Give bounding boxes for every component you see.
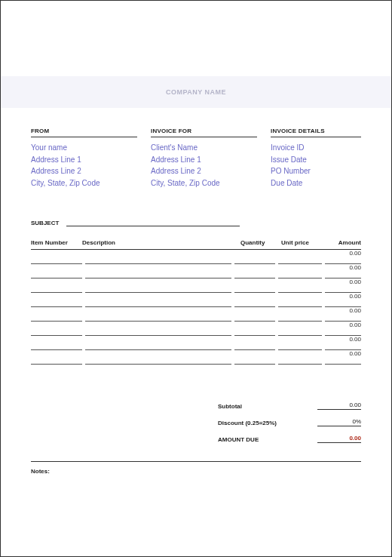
cell-unit-price[interactable] bbox=[278, 293, 322, 307]
cell-description[interactable] bbox=[85, 322, 231, 336]
cell-amount: 0.00 bbox=[325, 250, 361, 264]
col-quantity: Quantity bbox=[240, 239, 281, 246]
table-row: 0.00 bbox=[31, 336, 361, 350]
from-name[interactable]: Your name bbox=[31, 142, 137, 154]
amount-due-value: 0.00 bbox=[317, 435, 361, 443]
subject-label: SUBJECT bbox=[31, 220, 59, 226]
cell-amount: 0.00 bbox=[325, 293, 361, 307]
cell-item[interactable] bbox=[31, 350, 82, 365]
subtotal-value: 0.00 bbox=[317, 402, 361, 410]
cell-item[interactable] bbox=[31, 264, 82, 278]
cell-unit-price[interactable] bbox=[278, 336, 322, 350]
issue-date[interactable]: Issue Date bbox=[271, 154, 361, 166]
due-date[interactable]: Due Date bbox=[271, 177, 361, 189]
cell-amount: 0.00 bbox=[325, 322, 361, 336]
table-row: 0.00 bbox=[31, 307, 361, 322]
discount-value[interactable]: 0% bbox=[317, 418, 361, 426]
cell-description[interactable] bbox=[85, 336, 231, 350]
cell-unit-price[interactable] bbox=[278, 307, 322, 322]
invoice-for-heading: INVOICE FOR bbox=[151, 128, 257, 137]
company-name-band: COMPANY NAME bbox=[1, 76, 391, 108]
invoice-for-column: INVOICE FOR Client's Name Address Line 1… bbox=[151, 128, 257, 189]
cell-unit-price[interactable] bbox=[278, 322, 322, 336]
invoice-details-column: INVOICE DETAILS Invoice ID Issue Date PO… bbox=[271, 128, 361, 189]
cell-quantity[interactable] bbox=[234, 250, 275, 264]
cell-item[interactable] bbox=[31, 250, 82, 264]
cell-item[interactable] bbox=[31, 278, 82, 293]
cell-quantity[interactable] bbox=[234, 264, 275, 278]
company-name[interactable]: COMPANY NAME bbox=[166, 88, 226, 96]
cell-amount: 0.00 bbox=[325, 350, 361, 365]
amount-due-row: AMOUNT DUE 0.00 bbox=[218, 426, 361, 443]
table-row: 0.00 bbox=[31, 350, 361, 365]
table-row: 0.00 bbox=[31, 293, 361, 307]
from-address2[interactable]: Address Line 2 bbox=[31, 165, 137, 177]
client-address1[interactable]: Address Line 1 bbox=[151, 154, 257, 166]
from-address1[interactable]: Address Line 1 bbox=[31, 154, 137, 166]
discount-label: Discount (0.25=25%) bbox=[218, 420, 277, 426]
subtotal-row: Subtotal 0.00 bbox=[218, 393, 361, 410]
cell-unit-price[interactable] bbox=[278, 264, 322, 278]
from-heading: FROM bbox=[31, 128, 137, 137]
cell-unit-price[interactable] bbox=[278, 278, 322, 293]
cell-item[interactable] bbox=[31, 336, 82, 350]
cell-unit-price[interactable] bbox=[278, 250, 322, 264]
details-heading: INVOICE DETAILS bbox=[271, 128, 361, 137]
col-description: Description bbox=[82, 239, 240, 246]
from-city[interactable]: City, State, Zip Code bbox=[31, 177, 137, 189]
client-city[interactable]: City, State, Zip Code bbox=[151, 177, 257, 189]
cell-quantity[interactable] bbox=[234, 293, 275, 307]
cell-description[interactable] bbox=[85, 250, 231, 264]
table-row: 0.00 bbox=[31, 250, 361, 264]
cell-description[interactable] bbox=[85, 293, 231, 307]
subject-row: SUBJECT bbox=[31, 218, 240, 226]
po-number[interactable]: PO Number bbox=[271, 165, 361, 177]
table-header: Item Number Description Quantity Unit pr… bbox=[31, 239, 361, 250]
col-amount: Amount bbox=[325, 239, 361, 246]
subtotal-label: Subtotal bbox=[218, 403, 242, 410]
cell-amount: 0.00 bbox=[325, 307, 361, 322]
cell-quantity[interactable] bbox=[234, 307, 275, 322]
client-name[interactable]: Client's Name bbox=[151, 142, 257, 154]
cell-description[interactable] bbox=[85, 307, 231, 322]
col-item-number: Item Number bbox=[31, 239, 82, 246]
cell-item[interactable] bbox=[31, 322, 82, 336]
cell-amount: 0.00 bbox=[325, 336, 361, 350]
line-items-table: Item Number Description Quantity Unit pr… bbox=[31, 239, 361, 365]
notes-label: Notes: bbox=[31, 461, 361, 475]
cell-amount: 0.00 bbox=[325, 264, 361, 278]
cell-quantity[interactable] bbox=[234, 278, 275, 293]
header-columns: FROM Your name Address Line 1 Address Li… bbox=[31, 128, 361, 189]
invoice-page: COMPANY NAME FROM Your name Address Line… bbox=[0, 0, 392, 557]
table-body: 0.000.000.000.000.000.000.000.00 bbox=[31, 250, 361, 365]
cell-item[interactable] bbox=[31, 293, 82, 307]
invoice-id[interactable]: Invoice ID bbox=[271, 142, 361, 154]
subject-input[interactable] bbox=[66, 218, 240, 226]
from-column: FROM Your name Address Line 1 Address Li… bbox=[31, 128, 137, 189]
client-address2[interactable]: Address Line 2 bbox=[151, 165, 257, 177]
cell-quantity[interactable] bbox=[234, 350, 275, 365]
cell-unit-price[interactable] bbox=[278, 350, 322, 365]
amount-due-label: AMOUNT DUE bbox=[218, 436, 259, 443]
table-row: 0.00 bbox=[31, 278, 361, 293]
table-row: 0.00 bbox=[31, 322, 361, 336]
cell-quantity[interactable] bbox=[234, 322, 275, 336]
notes-section: Notes: bbox=[31, 461, 361, 475]
col-unit-price: Unit price bbox=[281, 239, 325, 246]
totals-block: Subtotal 0.00 Discount (0.25=25%) 0% AMO… bbox=[218, 393, 361, 443]
discount-row: Discount (0.25=25%) 0% bbox=[218, 410, 361, 426]
cell-description[interactable] bbox=[85, 350, 231, 365]
cell-description[interactable] bbox=[85, 278, 231, 293]
cell-item[interactable] bbox=[31, 307, 82, 322]
cell-quantity[interactable] bbox=[234, 336, 275, 350]
cell-amount: 0.00 bbox=[325, 278, 361, 293]
table-row: 0.00 bbox=[31, 264, 361, 278]
cell-description[interactable] bbox=[85, 264, 231, 278]
